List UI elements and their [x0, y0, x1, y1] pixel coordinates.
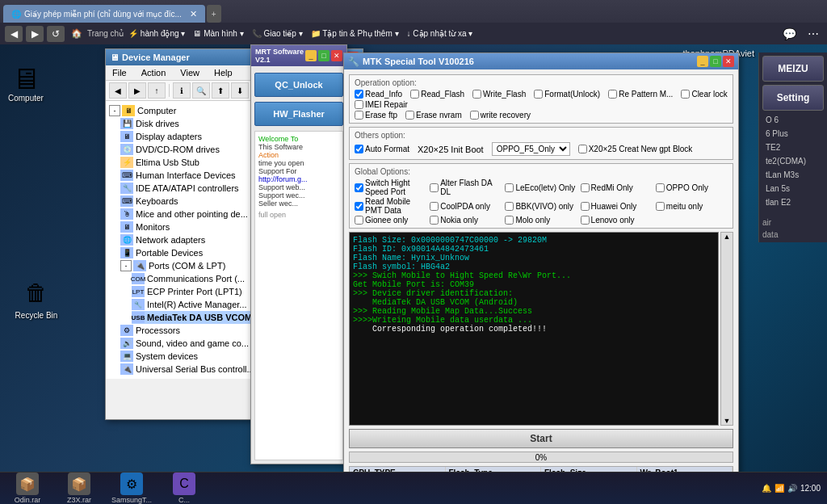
cb-nokia[interactable] [430, 216, 439, 225]
check-erase-ftp[interactable]: Erase ftp [355, 111, 397, 120]
rp-item-te2cdma[interactable]: te2(CDMA) [762, 155, 824, 167]
taskbar-volume-icon[interactable]: 🔊 [787, 484, 797, 493]
cb-re-pattern[interactable] [608, 90, 617, 99]
home-icon[interactable]: 🏠 [68, 28, 86, 39]
recycle-bin-icon[interactable]: 🗑 Recycle Bin [8, 275, 65, 320]
rp-item-tlan-m3s[interactable]: tLan M3s [762, 169, 824, 181]
mtk-minimize[interactable]: _ [697, 56, 708, 67]
cb-erase-nvram[interactable] [405, 111, 414, 120]
toolbar-properties[interactable]: ℹ [173, 82, 191, 99]
meizu-button[interactable]: MEIZU [762, 56, 824, 82]
taskbar-z3x[interactable]: 📦 Z3X.rar [55, 471, 103, 504]
check-imei-repair[interactable]: IMEI Repair [355, 100, 408, 109]
cb-imei-repair[interactable] [355, 100, 363, 109]
rp-item-tlan-e2[interactable]: tlan E2 [762, 196, 824, 208]
cb-molo[interactable] [505, 216, 514, 225]
cb-auto-format[interactable] [355, 145, 363, 153]
scrollbar-down[interactable]: ▼ [724, 417, 731, 425]
check-lenovo[interactable]: Lenovo only [581, 216, 653, 225]
forward-button[interactable]: ▶ [26, 26, 44, 42]
cb-erase-ftp[interactable] [355, 111, 363, 120]
file-menu[interactable]: 📁 Tập tin & Phụ thêm ▾ [308, 29, 402, 38]
check-write-recovery[interactable]: write recovery [470, 111, 531, 120]
cb-gionee[interactable] [355, 216, 363, 225]
check-creat-gpt[interactable]: X20×25 Creat New gpt Block [578, 145, 693, 153]
check-read-pmt[interactable]: Read Mobile PMT Data [355, 197, 426, 215]
check-re-pattern[interactable]: Re Pattern M... [608, 90, 673, 99]
hw-flasher-button[interactable]: HW_Flasher [254, 102, 343, 126]
chat-icon[interactable]: 💬 [778, 27, 801, 40]
cb-redmi[interactable] [581, 183, 590, 192]
taskbar-c[interactable]: C C... [160, 471, 208, 504]
cb-leeco[interactable] [505, 183, 514, 192]
action-menu[interactable]: ⚡ hành động ▾ [125, 29, 188, 38]
check-erase-nvram[interactable]: Erase nvram [405, 111, 462, 120]
check-redmi[interactable]: RedMi Only [581, 178, 653, 196]
cb-hight-speed[interactable] [355, 183, 363, 192]
mrt-maximize[interactable]: □ [318, 50, 330, 61]
check-leeco[interactable]: LeEco(letv) Only [505, 178, 577, 196]
toolbar-up[interactable]: ↑ [148, 82, 166, 99]
toolbar-scan[interactable]: 🔍 [192, 82, 210, 99]
cb-read-flash[interactable] [410, 90, 419, 99]
new-tab-btn[interactable]: + [207, 5, 221, 23]
rp-item-te2[interactable]: TE2 [762, 141, 824, 153]
display-menu[interactable]: 🖥 Màn hình ▾ [190, 29, 246, 38]
log-scrollbar[interactable]: ▲ ▼ [720, 232, 733, 426]
mrt-minimize[interactable]: _ [305, 50, 317, 61]
taskbar-odin[interactable]: 📦 Odin.rar [3, 471, 52, 504]
cb-oppo[interactable] [656, 183, 665, 192]
toolbar-back[interactable]: ◀ [109, 82, 127, 99]
check-write-flash[interactable]: Write_Flash [472, 90, 526, 99]
cb-lenovo[interactable] [581, 216, 590, 225]
mtk-close[interactable]: ✕ [723, 56, 734, 67]
tree-expand-ports[interactable]: - [120, 260, 132, 271]
back-button[interactable]: ◀ [5, 26, 23, 42]
check-nokia[interactable]: Nokia only [430, 216, 502, 225]
browser-tab-active[interactable]: 🌐 Giấy phép miễn phí (chỉ dùng với mục đ… [3, 5, 205, 23]
check-huawei[interactable]: Huawei Only [581, 197, 653, 215]
check-bbk[interactable]: BBK(VIVO) only [505, 197, 577, 215]
rp-item-lan5s[interactable]: Lan 5s [762, 183, 824, 195]
mtk-maximize[interactable]: □ [710, 56, 721, 67]
cb-read-pmt[interactable] [355, 202, 363, 211]
update-menu[interactable]: ↓ Cập nhật từ xa ▾ [404, 29, 476, 38]
taskbar-notification-icon[interactable]: 🔔 [762, 484, 771, 493]
reload-button[interactable]: ↺ [47, 26, 65, 42]
mrt-titlebar[interactable]: MRT Software V2.1 _ □ ✕ [251, 45, 346, 66]
communicate-menu[interactable]: 📞 Giao tiếp ▾ [249, 29, 306, 38]
cb-read-info[interactable] [355, 90, 363, 99]
cb-alter-flash[interactable] [430, 183, 439, 192]
check-read-info[interactable]: Read_Info [355, 90, 402, 99]
start-button[interactable]: Start [349, 429, 733, 448]
menu-view[interactable]: View [177, 66, 203, 79]
cb-creat-gpt[interactable] [578, 145, 587, 153]
toolbar-update[interactable]: ⬆ [212, 82, 229, 99]
cb-meitu[interactable] [656, 202, 665, 211]
setting-button[interactable]: Setting [762, 85, 824, 111]
cb-bbk[interactable] [505, 202, 514, 211]
cb-write-recovery[interactable] [470, 111, 479, 120]
taskbar-samsung[interactable]: ⚙ SamsungT... [107, 471, 157, 504]
check-clear-lock[interactable]: Clear lock [681, 90, 727, 99]
menu-action[interactable]: Action [138, 66, 170, 79]
tab-close-icon[interactable]: ✕ [190, 9, 197, 19]
check-meitu[interactable]: meitu only [656, 197, 728, 215]
menu-file[interactable]: File [109, 66, 130, 79]
cb-coolpda[interactable] [430, 202, 439, 211]
toolbar-forward[interactable]: ▶ [128, 82, 146, 99]
more-icon[interactable]: ⋯ [804, 27, 822, 40]
qc-unlock-button[interactable]: QC_Unlock [254, 73, 343, 97]
mrt-forum-link[interactable]: http://forum.g... [258, 175, 339, 183]
check-hight-speed[interactable]: Switch Hight Speed Port [355, 178, 426, 196]
taskbar-wifi-icon[interactable]: 📶 [775, 484, 784, 493]
cb-clear-lock[interactable] [681, 90, 690, 99]
mtk-titlebar[interactable]: 🔧 MTK Special Tool V100216 _ □ ✕ [344, 53, 738, 69]
scrollbar-up[interactable]: ▲ [724, 233, 731, 241]
tree-expand-computer[interactable]: - [109, 105, 120, 116]
check-format-unlock[interactable]: Format(Unlock) [534, 90, 600, 99]
check-read-flash[interactable]: Read_Flash [410, 90, 464, 99]
cb-format-unlock[interactable] [534, 90, 543, 99]
toolbar-rollback[interactable]: ⬇ [231, 82, 249, 99]
check-auto-format[interactable]: Auto Format [355, 145, 409, 153]
